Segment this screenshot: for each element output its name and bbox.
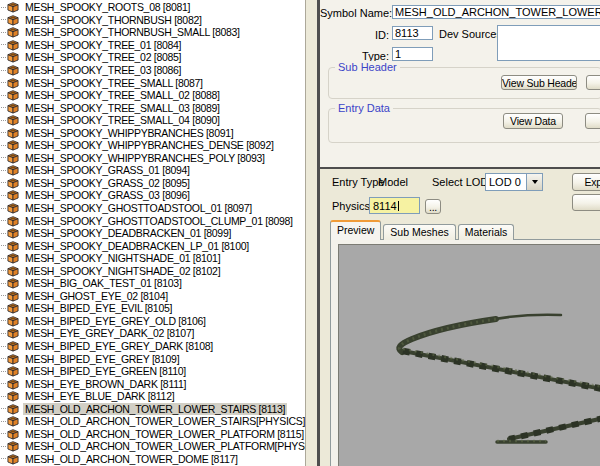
tree-item[interactable]: MESH_BIPED_EYE_GREY_DARK [8108]	[0, 340, 305, 353]
view-data-button[interactable]: View Data	[503, 113, 563, 129]
select-lod-label: Select LOD:	[432, 176, 491, 188]
stairs-mesh-render	[339, 245, 600, 466]
tree-connector	[1, 132, 6, 133]
tree-item-label: MESH_EYE_BROWN_DARK [8111]	[23, 378, 188, 390]
tree-item-label: MESH_SPOOKY_GHOSTTOADSTOOL_CLUMP_01 [809…	[23, 215, 295, 227]
tree-item[interactable]: MESH_SPOOKY_TREE_SMALL_02 [8088]	[0, 89, 305, 102]
tab-preview[interactable]: Preview	[330, 220, 381, 240]
tree-item[interactable]: MESH_SPOOKY_WHIPPYBRANCHES_POLY [8093]	[0, 152, 305, 165]
tree-connector	[1, 107, 6, 108]
truncated-button-mid[interactable]	[585, 113, 600, 129]
id-input[interactable]	[392, 26, 433, 40]
tree-item[interactable]: MESH_OLD_ARCHON_TOWER_LOWER_PLATFORM [81…	[0, 428, 305, 441]
tree-connector	[1, 433, 6, 434]
tree-item[interactable]: MESH_SPOOKY_DEADBRACKEN_LP_01 [8100]	[0, 239, 305, 252]
tree-connector	[1, 383, 6, 384]
truncated-button-bottom[interactable]	[572, 194, 600, 211]
tree-item[interactable]: MESH_EYE_BROWN_DARK [8111]	[0, 377, 305, 390]
lod-select[interactable]: LOD 0	[485, 173, 543, 191]
symbol-header-panel: Symbol Name: ID: Dev Sources: Type: Sub …	[320, 0, 600, 167]
tree-connector	[1, 233, 6, 234]
tree-item-label: MESH_SPOOKY_THORNBUSH [8082]	[23, 14, 204, 26]
tree-item-label: MESH_SPOOKY_TREE_01 [8084]	[23, 39, 183, 51]
tree-connector	[1, 70, 6, 71]
mesh-box-icon	[7, 340, 19, 352]
tree-item[interactable]: MESH_OLD_ARCHON_TOWER_LOWER_PLATFORM[PHY…	[0, 440, 305, 453]
mesh-box-icon	[7, 227, 19, 239]
tree-item[interactable]: MESH_BIPED_EYE_GREEN [8110]	[0, 365, 305, 378]
mesh-box-icon	[7, 102, 19, 114]
tree-connector	[1, 170, 6, 171]
tree-item[interactable]: MESH_SPOOKY_WHIPPYBRANCHES_DENSE [8092]	[0, 139, 305, 152]
truncated-button-top[interactable]	[586, 75, 600, 90]
view-sub-header-button[interactable]: View Sub Header	[501, 75, 577, 90]
tree-item[interactable]: MESH_OLD_ARCHON_TOWER_LOWER_STAIRS [8113…	[0, 403, 305, 416]
mesh-box-icon	[7, 114, 19, 126]
dev-sources-field[interactable]	[497, 25, 600, 61]
tree-item[interactable]: MESH_SPOOKY_TREE_02 [8085]	[0, 51, 305, 64]
mesh-box-icon	[7, 51, 19, 63]
tree-item[interactable]: MESH_SPOOKY_DEADBRACKEN_01 [8099]	[0, 227, 305, 240]
tree-item-label: MESH_SPOOKY_GHOSTTOADSTOOL_01 [8097]	[23, 202, 254, 214]
tree-item[interactable]: MESH_EYE_BLUE_DARK [8112]	[0, 390, 305, 403]
tree-item[interactable]: MESH_SPOOKY_GRASS_02 [8095]	[0, 177, 305, 190]
tree-item[interactable]: MESH_SPOOKY_TREE_01 [8084]	[0, 39, 305, 52]
tree-item[interactable]: MESH_SPOOKY_THORNBUSH_SMALL [8083]	[0, 26, 305, 39]
tree-item[interactable]: MESH_SPOOKY_NIGHTSHADE_02 [8102]	[0, 264, 305, 277]
tree-item[interactable]: MESH_SPOOKY_TREE_03 [8086]	[0, 64, 305, 77]
tree-connector	[1, 95, 6, 96]
mesh-box-icon	[7, 353, 19, 365]
type-input[interactable]	[392, 47, 433, 61]
physics-input[interactable]: 8114	[369, 197, 420, 214]
tree-connector	[1, 195, 6, 196]
tree-connector	[1, 421, 6, 422]
tree-item[interactable]: MESH_SPOOKY_GRASS_03 [8096]	[0, 189, 305, 202]
tab-materials[interactable]: Materials	[458, 224, 515, 240]
preview-viewport[interactable]	[338, 244, 600, 466]
tree-item-label: MESH_SPOOKY_WHIPPYBRANCHES [8091]	[23, 127, 235, 139]
mesh-box-icon	[7, 26, 19, 38]
mesh-box-icon	[7, 378, 19, 390]
tree-item[interactable]: MESH_SPOOKY_THORNBUSH [8082]	[0, 14, 305, 27]
tree-item[interactable]: MESH_SPOOKY_GHOSTTOADSTOOL_CLUMP_01 [809…	[0, 214, 305, 227]
chevron-down-icon[interactable]	[526, 174, 542, 190]
tree-item[interactable]: MESH_SPOOKY_ROOTS_08 [8081]	[0, 1, 305, 14]
tree-item[interactable]: MESH_BIPED_EYE_EVIL [8105]	[0, 302, 305, 315]
export-button[interactable]: Export	[572, 173, 600, 191]
tree-item[interactable]: MESH_SPOOKY_NIGHTSHADE_01 [8101]	[0, 252, 305, 265]
tree-item[interactable]: MESH_OLD_ARCHON_TOWER_LOWER_STAIRS[PHYSI…	[0, 415, 305, 428]
preview-tab-strip: PreviewSub MeshesMaterials	[330, 220, 516, 240]
tree-item-label: MESH_SPOOKY_TREE_03 [8086]	[23, 64, 183, 76]
tree-connector	[1, 208, 6, 209]
tree-connector	[1, 7, 6, 8]
tree-item[interactable]: MESH_BIPED_EYE_GREY [8109]	[0, 352, 305, 365]
mesh-box-icon	[7, 265, 19, 277]
tree-item[interactable]: MESH_SPOOKY_WHIPPYBRANCHES [8091]	[0, 126, 305, 139]
tab-sub-meshes[interactable]: Sub Meshes	[383, 224, 455, 240]
physics-browse-button[interactable]: ...	[425, 199, 441, 214]
symbol-name-input[interactable]	[392, 5, 600, 19]
tree-item[interactable]: MESH_GHOST_EYE_02 [8104]	[0, 290, 305, 303]
tree-item-label: MESH_SPOOKY_NIGHTSHADE_02 [8102]	[23, 265, 222, 277]
tree-item[interactable]: MESH_BIG_OAK_TEST_01 [8103]	[0, 277, 305, 290]
tree-item[interactable]: MESH_SPOOKY_GHOSTTOADSTOOL_01 [8097]	[0, 202, 305, 215]
mesh-box-icon	[7, 327, 19, 339]
tree-item[interactable]: MESH_EYE_GREY_DARK_02 [8107]	[0, 327, 305, 340]
tree-connector	[1, 358, 6, 359]
tree-item[interactable]: MESH_BIPED_EYE_GREY_OLD [8106]	[0, 315, 305, 328]
tree-connector	[1, 32, 6, 33]
tree-item[interactable]: MESH_OLD_ARCHON_TOWER_DOME [8117]	[0, 453, 305, 466]
tree-item-label: MESH_SPOOKY_THORNBUSH_SMALL [8083]	[23, 26, 242, 38]
tree-item[interactable]: MESH_SPOOKY_TREE_SMALL_03 [8089]	[0, 101, 305, 114]
tree-item[interactable]: MESH_SPOOKY_GRASS_01 [8094]	[0, 164, 305, 177]
tree-item-label: MESH_SPOOKY_NIGHTSHADE_01 [8101]	[23, 252, 222, 264]
tree-item-label: MESH_BIPED_EYE_EVIL [8105]	[23, 302, 174, 314]
id-label: ID:	[350, 29, 389, 41]
tree-item-label: MESH_OLD_ARCHON_TOWER_LOWER_PLATFORM[PHY…	[23, 440, 306, 452]
tree-connector	[1, 295, 6, 296]
tree-item-label: MESH_SPOOKY_TREE_SMALL [8087]	[23, 77, 205, 89]
tree-item[interactable]: MESH_SPOOKY_TREE_SMALL_04 [8090]	[0, 114, 305, 127]
tree-item-label: MESH_BIPED_EYE_GREY [8109]	[23, 353, 181, 365]
tree-connector	[1, 333, 6, 334]
tree-item[interactable]: MESH_SPOOKY_TREE_SMALL [8087]	[0, 76, 305, 89]
